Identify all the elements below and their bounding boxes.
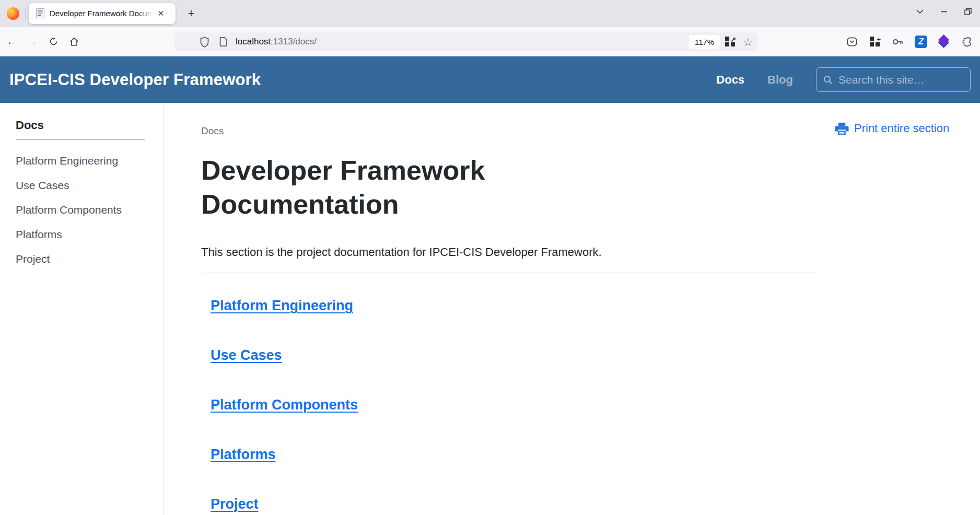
- section-link-platform-engineering[interactable]: Platform Engineering: [211, 298, 353, 314]
- bookmark-star-icon[interactable]: ☆: [743, 37, 753, 48]
- pocket-button[interactable]: [843, 33, 861, 51]
- layers-icon: [937, 36, 951, 48]
- section-link-project[interactable]: Project: [211, 496, 259, 512]
- layers-extension-button[interactable]: [935, 33, 953, 51]
- extensions-menu-button[interactable]: [958, 33, 976, 51]
- printer-icon: [835, 122, 849, 135]
- browser-tab-strip: Developer Framework Documen ✕ +: [0, 0, 980, 27]
- forward-button[interactable]: →: [23, 32, 42, 51]
- page-favicon-icon: [36, 8, 44, 18]
- extension-grid-plus-button[interactable]: +: [866, 33, 884, 51]
- restore-icon: [964, 7, 972, 16]
- sidebar-item-platforms[interactable]: Platforms: [16, 228, 163, 241]
- minimize-icon: [940, 7, 948, 16]
- search-input[interactable]: [838, 74, 964, 86]
- sidebar-item-project[interactable]: Project: [16, 253, 163, 265]
- home-icon: [69, 37, 79, 46]
- list-all-tabs-button[interactable]: [908, 1, 932, 22]
- url-path: :1313/docs/: [271, 37, 317, 46]
- section-link-use-cases[interactable]: Use Cases: [211, 347, 282, 364]
- reload-icon: [49, 37, 58, 46]
- minimize-button[interactable]: [932, 1, 956, 22]
- url-host: localhost: [236, 37, 271, 46]
- print-entire-section-link[interactable]: Print entire section: [835, 122, 949, 135]
- sidebar-heading[interactable]: Docs: [16, 119, 163, 132]
- tracking-shield-icon[interactable]: [198, 36, 211, 48]
- key-icon: [892, 36, 904, 48]
- zoom-level-indicator[interactable]: 117%: [689, 35, 720, 49]
- main-content: Docs Developer Framework Documentation T…: [164, 103, 817, 515]
- sidebar-item-platform-components[interactable]: Platform Components: [16, 204, 163, 216]
- content-divider: [201, 273, 817, 273]
- puzzle-icon: [961, 36, 973, 48]
- search-icon: [823, 75, 833, 85]
- section-link-platforms[interactable]: Platforms: [211, 447, 276, 463]
- url-bar[interactable]: localhost:1313/docs/ 117% ↗ ☆: [174, 32, 758, 51]
- sidebar-divider: [16, 139, 145, 140]
- firefox-logo-icon: [7, 7, 19, 20]
- restore-window-button[interactable]: [956, 1, 980, 22]
- zotero-icon: Z: [915, 36, 927, 48]
- lead-paragraph: This section is the project documentatio…: [201, 245, 817, 259]
- chevron-down-icon: [916, 7, 924, 16]
- sidebar-item-use-cases[interactable]: Use Cases: [16, 179, 163, 192]
- site-brand[interactable]: IPCEI-CIS Developer Framework: [9, 71, 261, 89]
- tab-separator: [25, 8, 26, 19]
- grid-plus-icon: +: [870, 37, 880, 47]
- pocket-icon: [846, 36, 858, 48]
- browser-toolbar: ← → localhost:1313/docs/ 117% ↗ ☆: [0, 27, 980, 56]
- zotero-extension-button[interactable]: Z: [912, 33, 930, 51]
- breadcrumb[interactable]: Docs: [201, 125, 817, 137]
- new-tab-button[interactable]: +: [182, 4, 201, 23]
- site-navbar: IPCEI-CIS Developer Framework Docs Blog: [0, 56, 980, 103]
- tab-title: Developer Framework Documen: [50, 9, 153, 18]
- back-button[interactable]: ←: [2, 32, 21, 51]
- sidebar-item-platform-engineering[interactable]: Platform Engineering: [16, 155, 163, 167]
- print-link-label: Print entire section: [854, 122, 949, 135]
- page-action-grid-icon[interactable]: ↗: [725, 37, 736, 47]
- page-title: Developer Framework Documentation: [201, 154, 556, 221]
- browser-tab[interactable]: Developer Framework Documen ✕: [29, 3, 176, 24]
- tab-close-icon[interactable]: ✕: [155, 8, 167, 19]
- firefox-view-button[interactable]: [3, 4, 23, 24]
- reload-button[interactable]: [44, 32, 63, 51]
- docs-sidebar: Docs Platform Engineering Use Cases Plat…: [0, 103, 164, 515]
- page-info-icon[interactable]: [217, 36, 229, 48]
- site-search[interactable]: [816, 67, 971, 92]
- nav-link-blog[interactable]: Blog: [767, 73, 793, 87]
- nav-link-docs[interactable]: Docs: [716, 73, 744, 87]
- section-link-platform-components[interactable]: Platform Components: [211, 397, 358, 413]
- password-manager-button[interactable]: [889, 33, 907, 51]
- home-button[interactable]: [65, 32, 84, 51]
